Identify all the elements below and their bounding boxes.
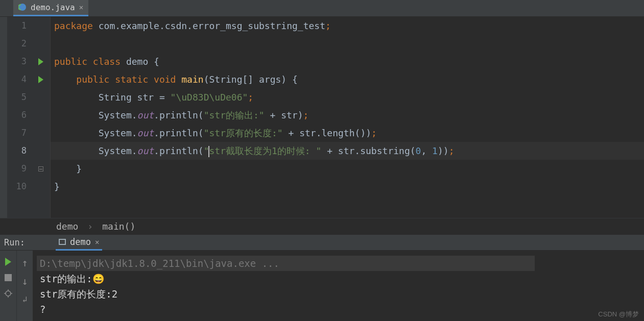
arrow-up-icon[interactable]: ↑ — [21, 258, 28, 268]
run-label: Run: — [4, 237, 25, 248]
tab-label: demo.java — [31, 3, 75, 12]
editor-tabs: demo.java ✕ — [0, 0, 644, 17]
line-number: 10 — [7, 178, 27, 195]
code-line[interactable]: public static void main(String[] args) { — [54, 70, 644, 88]
code-line[interactable]: System.out.println("str原有的长度:" + str.len… — [54, 124, 644, 142]
run-config-icon — [59, 239, 66, 245]
run-tab-label: demo — [70, 237, 91, 247]
close-icon[interactable]: ✕ — [95, 238, 99, 246]
code-line[interactable] — [54, 35, 644, 53]
line-number: 1 — [7, 17, 27, 35]
watermark: CSDN @博梦 — [598, 310, 639, 319]
code-line[interactable]: System.out.println("str的输出:" + str); — [54, 106, 644, 124]
breadcrumb-item[interactable]: main() — [102, 221, 135, 232]
marker-gutter[interactable] — [32, 17, 50, 218]
arrow-down-icon[interactable]: ↓ — [21, 276, 28, 286]
breadcrumb[interactable]: demo › main() — [0, 218, 644, 234]
code-line[interactable]: String str = "\uD83D\uDe06"; — [54, 88, 644, 106]
line-number: 9 — [7, 160, 27, 178]
run-controls — [0, 251, 16, 321]
code-line[interactable]: public class demo { — [54, 53, 644, 70]
code-editor[interactable]: 1 2 3 4 5 6 7 8 9 10 package com.example… — [0, 17, 644, 218]
code-line[interactable]: } — [54, 160, 644, 178]
line-number: 7 — [7, 124, 27, 142]
code-line[interactable]: } — [54, 178, 644, 195]
code-line[interactable]: System.out.println("str截取长度为1的时候: " + st… — [54, 142, 644, 160]
line-number: 2 — [7, 35, 27, 53]
code-line[interactable]: package com.example.csdn.error_msg_subst… — [54, 17, 644, 35]
breadcrumb-item[interactable]: demo — [56, 221, 78, 232]
run-line-icon[interactable] — [38, 76, 43, 83]
line-number: 6 — [7, 106, 27, 124]
debug-icon[interactable] — [4, 289, 12, 298]
run-toolbar: Run: demo ✕ — [0, 234, 644, 251]
line-number: 4 — [7, 70, 27, 88]
line-number: 3 — [7, 53, 27, 70]
close-icon[interactable]: ✕ — [79, 3, 83, 11]
line-number: 5 — [7, 88, 27, 106]
tab-demo-java[interactable]: demo.java ✕ — [13, 0, 88, 16]
soft-wrap-icon[interactable]: ↲ — [22, 294, 28, 304]
fold-icon[interactable] — [38, 166, 43, 171]
run-controls-2: ↑ ↓ ↲ — [16, 251, 33, 321]
console-output[interactable]: D:\temp\jdk\jdk1.8.0_211\bin\java.exe ..… — [33, 251, 644, 321]
console-line: str的输出:😄 — [40, 271, 637, 286]
console-line: D:\temp\jdk\jdk1.8.0_211\bin\java.exe ..… — [40, 258, 279, 269]
console-line: str原有的长度:2 — [40, 286, 637, 302]
run-tab-demo[interactable]: demo ✕ — [56, 234, 102, 251]
java-class-icon — [18, 3, 27, 11]
chevron-right-icon: › — [87, 221, 93, 232]
run-console: ↑ ↓ ↲ D:\temp\jdk\jdk1.8.0_211\bin\java.… — [0, 251, 644, 321]
rerun-icon[interactable] — [5, 258, 11, 266]
run-line-icon[interactable] — [38, 58, 43, 65]
stop-icon[interactable] — [5, 274, 12, 281]
svg-point-1 — [6, 291, 11, 296]
line-number: 8 — [7, 142, 27, 160]
left-strip — [0, 17, 7, 218]
line-gutter[interactable]: 1 2 3 4 5 6 7 8 9 10 — [7, 17, 32, 218]
console-line: ? — [40, 302, 637, 317]
